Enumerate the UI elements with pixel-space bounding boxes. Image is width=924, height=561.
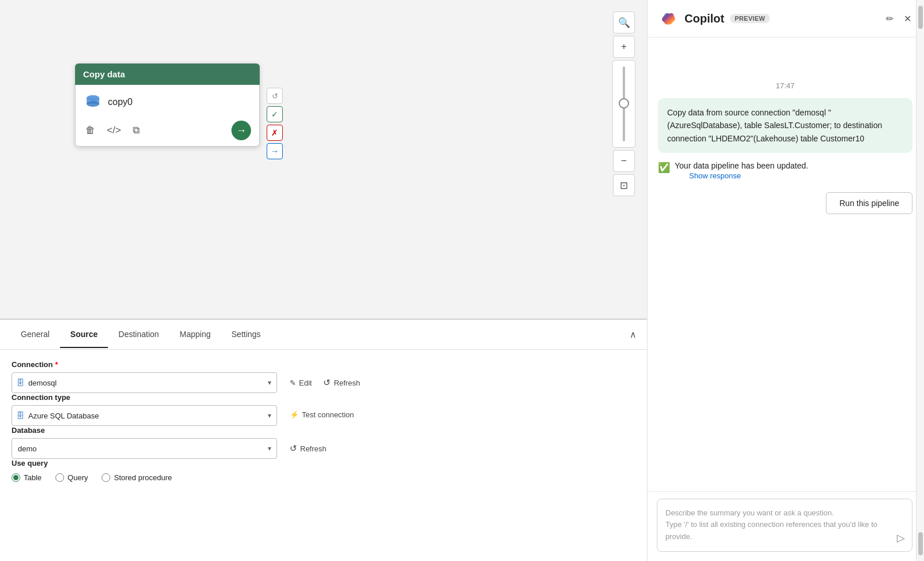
test-connection-icon: ⚡ [290, 410, 299, 419]
connection-type-row: Connection type 🗄 Azure SQL Database ▾ ⚡… [12, 393, 635, 426]
node-title: Copy data [83, 69, 125, 79]
success-text: Your data pipeline has been updated. [675, 161, 808, 170]
zoom-track [623, 66, 625, 141]
pipeline-canvas: Copy data copy0 🗑 </> ⧉ → [0, 0, 647, 561]
svg-point-2 [87, 101, 99, 107]
run-pipeline-button[interactable]: Run this pipeline [826, 192, 912, 214]
copilot-title: Copilot [684, 12, 724, 25]
messages-top-space [658, 47, 912, 81]
connection-label: Connection * [12, 360, 277, 369]
node-header: Copy data [75, 63, 260, 85]
success-content: Your data pipeline has been updated. Sho… [675, 161, 808, 181]
database-select[interactable]: demo [12, 438, 277, 459]
canvas-toolbar: 🔍 + − ⊡ [612, 12, 635, 196]
message-text: Copy data from source connection "demosq… [667, 108, 882, 143]
collapse-icon: ∧ [630, 330, 637, 339]
delete-node-button[interactable]: 🗑 [84, 123, 97, 138]
tab-source[interactable]: Source [60, 321, 108, 348]
refresh-connection-button[interactable]: ↺ Refresh [320, 375, 364, 390]
connection-field-group: Connection * 🗄 demosql ▾ [12, 360, 277, 393]
use-query-row: Use query Table Query Stored procedure [12, 459, 635, 482]
code-node-button[interactable]: </> [105, 123, 123, 138]
database-field-group: Database demo ▾ [12, 426, 277, 459]
zoom-out-button[interactable]: − [613, 150, 635, 172]
edit-icon: ✎ [290, 379, 296, 387]
run-pipeline-row: Run this pipeline [658, 186, 912, 214]
connection-type-select-wrapper: 🗄 Azure SQL Database ▾ [12, 405, 277, 426]
copy-data-node: Copy data copy0 🗑 </> ⧉ → [75, 63, 260, 147]
close-icon: ✕ [904, 14, 911, 24]
refresh-node-btn[interactable]: ↺ [267, 88, 283, 104]
svg-point-3 [87, 95, 99, 101]
copilot-close-button[interactable]: ✕ [901, 11, 914, 27]
test-connection-button[interactable]: ⚡ Test connection [286, 408, 357, 421]
copilot-preview-badge: PREVIEW [730, 14, 770, 23]
collapse-panel-button[interactable]: ∧ [630, 329, 637, 340]
database-select-wrapper: demo ▾ [12, 438, 277, 459]
connection-type-label: Connection type [12, 393, 277, 402]
connection-type-select[interactable]: Azure SQL Database [12, 405, 277, 426]
refresh-database-button[interactable]: ↺ Refresh [286, 441, 330, 456]
copilot-input-placeholder: Describe the summary you want or ask a q… [665, 507, 886, 543]
database-icon [84, 93, 102, 111]
message-bubble: Copy data from source connection "demosq… [658, 98, 912, 153]
connection-select-wrapper: 🗄 demosql ▾ [12, 372, 277, 393]
go-node-button[interactable]: → [231, 121, 251, 140]
tabs-row: General Source Destination Mapping Setti… [0, 320, 647, 350]
radio-table[interactable]: Table [12, 473, 42, 482]
fit-view-button[interactable]: ⊡ [613, 174, 635, 196]
node-side-buttons: ↺ ✓ ✗ → [267, 88, 283, 159]
search-canvas-button[interactable]: 🔍 [613, 12, 635, 33]
copilot-wand-button[interactable]: ✏ [884, 11, 896, 27]
check-node-btn[interactable]: ✓ [267, 106, 283, 122]
copy-node-button[interactable]: ⧉ [131, 123, 141, 138]
radio-query[interactable]: Query [55, 473, 88, 482]
radio-stored-procedure[interactable]: Stored procedure [102, 473, 171, 482]
node-name: copy0 [108, 97, 133, 107]
use-query-label: Use query [12, 459, 635, 468]
scrollbar-thumb-top [918, 6, 923, 29]
copilot-input-area: Describe the summary you want or ask a q… [648, 491, 924, 561]
send-message-button[interactable]: ▷ [897, 532, 905, 544]
database-label: Database [12, 426, 277, 435]
connection-required: * [55, 360, 58, 369]
node-name-row: copy0 [84, 93, 251, 111]
connection-select[interactable]: demosql [12, 372, 277, 393]
connection-row: Connection * 🗄 demosql ▾ ✎ Edit [12, 360, 635, 393]
scrollbar-thumb-bottom [918, 532, 923, 555]
error-node-btn[interactable]: ✗ [267, 125, 283, 141]
copilot-logo [658, 8, 679, 29]
copilot-messages: 17:47 Copy data from source connection "… [648, 38, 924, 491]
properties-panel: General Source Destination Mapping Setti… [0, 319, 647, 561]
wand-icon: ✏ [886, 14, 893, 24]
zoom-thumb [619, 98, 629, 109]
tab-destination[interactable]: Destination [108, 321, 169, 348]
search-icon: 🔍 [618, 17, 630, 29]
copilot-input-box[interactable]: Describe the summary you want or ask a q… [657, 499, 912, 552]
minus-icon: − [621, 155, 627, 167]
panel-content: Connection * 🗄 demosql ▾ ✎ Edit [0, 350, 647, 560]
database-row: Database demo ▾ ↺ Refresh [12, 426, 635, 459]
node-actions: 🗑 </> ⧉ → [84, 117, 251, 140]
tab-settings[interactable]: Settings [221, 321, 271, 348]
next-node-btn[interactable]: → [267, 143, 283, 159]
zoom-in-button[interactable]: + [613, 36, 635, 58]
edit-connection-button[interactable]: ✎ Edit [286, 376, 315, 390]
success-message: ✅ Your data pipeline has been updated. S… [658, 161, 912, 181]
copilot-header: Copilot PREVIEW ✏ ✕ [648, 0, 924, 38]
show-response-link[interactable]: Show response [689, 171, 741, 180]
query-radio-group: Table Query Stored procedure [12, 471, 635, 482]
send-icon: ▷ [897, 532, 905, 544]
tab-mapping[interactable]: Mapping [169, 321, 221, 348]
success-check-icon: ✅ [658, 162, 670, 174]
zoom-slider[interactable] [612, 60, 635, 148]
fit-icon: ⊡ [620, 179, 628, 192]
test-connection-action: ⚡ Test connection [286, 407, 357, 421]
tab-general[interactable]: General [10, 321, 60, 348]
refresh-db-icon: ↺ [290, 443, 297, 454]
copilot-scrollbar[interactable] [916, 0, 924, 561]
message-timestamp: 17:47 [658, 81, 912, 90]
connection-type-field-group: Connection type 🗄 Azure SQL Database ▾ [12, 393, 277, 426]
copilot-panel: Copilot PREVIEW ✏ ✕ 17:47 Copy data from… [647, 0, 924, 561]
refresh-icon: ↺ [323, 377, 331, 388]
